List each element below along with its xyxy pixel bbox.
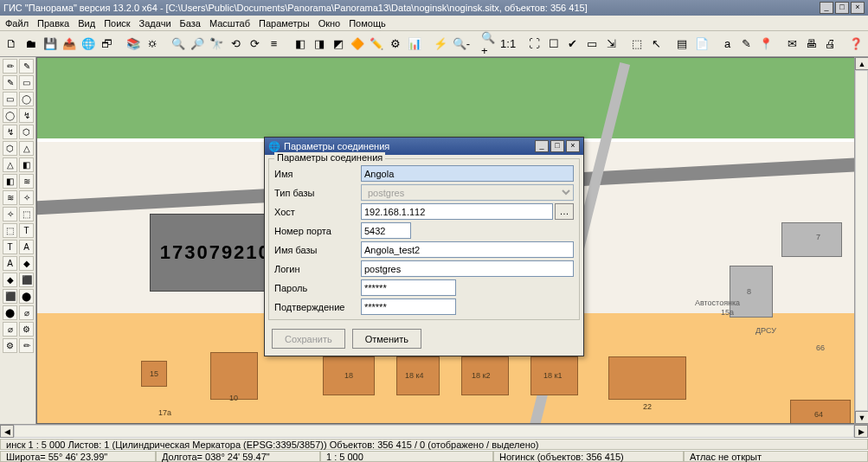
window-min-button[interactable]: _ [820, 2, 833, 14]
side-tool-1-0[interactable]: ✎ [3, 75, 17, 90]
toolbar-button-10[interactable]: 🔭 [209, 35, 225, 54]
input-dbname[interactable] [361, 241, 574, 258]
toolbar-button-9[interactable]: 🔎 [190, 35, 206, 54]
toolbar-button-4[interactable]: 🌐 [80, 35, 96, 54]
toolbar-button-29[interactable]: ⇲ [603, 35, 620, 54]
toolbar-button-11[interactable]: ⟲ [228, 35, 244, 54]
side-tool-6-0[interactable]: △ [3, 157, 17, 172]
side-tool-10-0[interactable]: ⬚ [3, 223, 17, 238]
select-dbtype[interactable]: postgres [361, 184, 574, 201]
side-tool-9-1[interactable]: ⬚ [19, 207, 34, 221]
side-tool-4-0[interactable]: ↯ [3, 125, 17, 139]
toolbar-button-2[interactable]: 💾 [42, 35, 58, 54]
side-tool-2-0[interactable]: ▭ [3, 92, 17, 106]
side-tool-5-1[interactable]: △ [19, 141, 34, 156]
side-tool-13-1[interactable]: ⬛ [19, 273, 34, 287]
menu-view[interactable]: Вид [78, 18, 95, 29]
side-tool-6-1[interactable]: ◧ [19, 157, 34, 172]
side-tool-0-0[interactable]: ✏ [3, 59, 17, 74]
input-login[interactable] [361, 260, 574, 277]
side-tool-7-1[interactable]: ≋ [19, 174, 34, 189]
menu-file[interactable]: Файл [5, 18, 29, 29]
side-tool-3-0[interactable]: ◯ [3, 108, 17, 123]
toolbar-button-26[interactable]: ☐ [545, 35, 562, 54]
side-tool-12-1[interactable]: ◆ [19, 256, 34, 271]
dialog-close-button[interactable]: × [566, 140, 580, 152]
menu-base[interactable]: База [180, 18, 201, 29]
toolbar-button-6[interactable]: 📚 [125, 35, 142, 54]
input-host[interactable] [361, 203, 553, 220]
menu-help[interactable]: Помощь [349, 18, 386, 29]
toolbar-button-32[interactable]: ▤ [674, 35, 691, 54]
input-confirm[interactable] [361, 298, 456, 315]
toolbar-button-28[interactable]: ▭ [583, 35, 600, 54]
toolbar-button-27[interactable]: ✔ [564, 35, 581, 54]
scroll-down-button[interactable]: ▼ [855, 411, 868, 424]
cancel-button[interactable]: Отменить [352, 329, 421, 349]
side-tool-9-0[interactable]: ✧ [3, 207, 17, 221]
toolbar-button-13[interactable]: ≡ [266, 35, 282, 54]
toolbar-button-33[interactable]: 📄 [693, 35, 710, 54]
toolbar-button-38[interactable]: 🖶 [803, 35, 820, 54]
toolbar-button-12[interactable]: ⟳ [247, 35, 263, 54]
toolbar-button-15[interactable]: ◨ [311, 35, 327, 54]
side-tool-15-1[interactable]: ⌀ [19, 305, 34, 320]
input-name[interactable] [361, 165, 574, 182]
browse-host-button[interactable]: … [555, 203, 574, 220]
menu-edit[interactable]: Правка [37, 18, 69, 29]
toolbar-button-23[interactable]: 🔍+ [480, 35, 497, 54]
toolbar-button-21[interactable]: ⚡ [433, 35, 449, 54]
scroll-left-button[interactable]: ◀ [0, 425, 14, 438]
side-tool-17-0[interactable]: ⚙ [3, 338, 17, 353]
scroll-track[interactable] [14, 425, 854, 438]
menu-search[interactable]: Поиск [104, 18, 130, 29]
toolbar-button-1[interactable]: 🖿 [23, 35, 39, 54]
menu-scale[interactable]: Масштаб [209, 18, 250, 29]
toolbar-button-34[interactable]: a [719, 35, 736, 54]
toolbar-button-39[interactable]: 🖨 [822, 35, 839, 54]
window-close-button[interactable]: × [851, 2, 865, 14]
side-tool-16-1[interactable]: ⚙ [19, 322, 34, 337]
dialog-min-button[interactable]: _ [535, 140, 549, 152]
side-tool-8-0[interactable]: ≋ [3, 190, 17, 205]
horizontal-scrollbar[interactable]: ◀ ▶ [0, 424, 868, 438]
menu-params[interactable]: Параметры [259, 18, 310, 29]
toolbar-button-31[interactable]: ↖ [648, 35, 665, 54]
side-tool-1-1[interactable]: ▭ [19, 75, 34, 90]
input-port[interactable] [361, 222, 411, 239]
toolbar-button-19[interactable]: ⚙ [388, 35, 404, 54]
toolbar-button-30[interactable]: ⬚ [629, 35, 646, 54]
scroll-right-button[interactable]: ▶ [854, 425, 868, 438]
side-tool-10-1[interactable]: T [19, 223, 34, 238]
toolbar-button-20[interactable]: 📊 [407, 35, 423, 54]
toolbar-button-5[interactable]: 🗗 [99, 35, 115, 54]
side-tool-17-1[interactable]: ✏ [19, 338, 34, 353]
side-tool-14-0[interactable]: ⬛ [3, 289, 17, 304]
side-tool-13-0[interactable]: ◆ [3, 273, 17, 287]
toolbar-button-36[interactable]: 📍 [757, 35, 774, 54]
toolbar-button-3[interactable]: 📤 [61, 35, 77, 54]
toolbar-button-35[interactable]: ✎ [738, 35, 755, 54]
save-button[interactable]: Сохранить [272, 329, 345, 349]
side-tool-11-1[interactable]: A [19, 240, 34, 254]
side-tool-4-1[interactable]: ⬡ [19, 125, 34, 139]
side-tool-15-0[interactable]: ⬤ [3, 305, 17, 320]
vertical-scrollbar[interactable]: ▲ ▼ [854, 57, 868, 424]
toolbar-button-18[interactable]: ✏️ [369, 35, 385, 54]
toolbar-button-8[interactable]: 🔍 [170, 35, 187, 54]
toolbar-button-24[interactable]: 1:1 [499, 35, 517, 54]
side-tool-7-0[interactable]: ◧ [3, 174, 17, 189]
toolbar-button-40[interactable]: ❓ [848, 35, 865, 54]
toolbar-button-25[interactable]: ⛶ [526, 35, 543, 54]
toolbar-button-37[interactable]: ✉ [784, 35, 800, 54]
scroll-track[interactable] [855, 70, 868, 411]
dialog-max-button[interactable]: □ [550, 140, 564, 152]
menu-window[interactable]: Окно [318, 18, 341, 29]
toolbar-button-22[interactable]: 🔍- [452, 35, 471, 54]
toolbar-button-14[interactable]: ◧ [292, 35, 308, 54]
scroll-up-button[interactable]: ▲ [855, 57, 868, 70]
window-max-button[interactable]: □ [835, 2, 849, 14]
side-tool-2-1[interactable]: ◯ [19, 92, 34, 106]
input-password[interactable] [361, 279, 456, 296]
side-tool-11-0[interactable]: T [3, 240, 17, 254]
